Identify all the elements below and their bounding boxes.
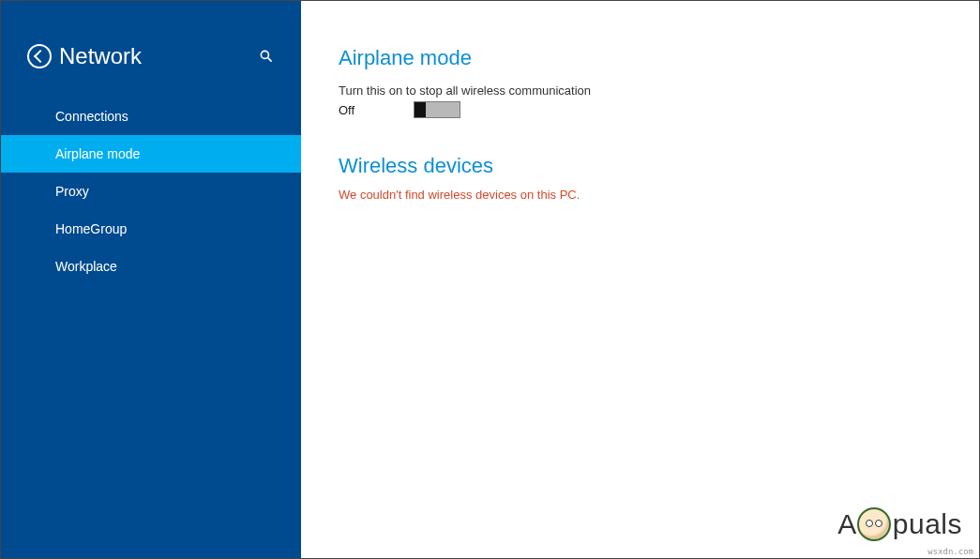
- svg-line-1: [268, 58, 272, 62]
- sidebar-item-label: HomeGroup: [55, 221, 127, 236]
- sidebar-item-connections[interactable]: Connections: [1, 98, 301, 135]
- sidebar-header: Network: [1, 43, 301, 98]
- back-arrow-icon: [34, 50, 47, 63]
- sidebar-item-workplace[interactable]: Workplace: [1, 248, 301, 285]
- sidebar-item-label: Airplane mode: [55, 146, 140, 161]
- back-button[interactable]: [27, 44, 52, 68]
- toggle-state-label: Off: [339, 103, 367, 117]
- sidebar-item-homegroup[interactable]: HomeGroup: [1, 210, 301, 248]
- airplane-mode-toggle[interactable]: [414, 101, 460, 118]
- page-title: Network: [59, 43, 142, 69]
- sidebar-nav: Connections Airplane mode Proxy HomeGrou…: [1, 98, 301, 285]
- sidebar-item-label: Connections: [55, 109, 128, 124]
- wireless-devices-error: We couldn't find wireless devices on thi…: [339, 188, 942, 202]
- sidebar-item-label: Proxy: [55, 184, 89, 199]
- svg-point-0: [261, 51, 268, 58]
- sidebar: Network Connections Airplane mode Proxy …: [1, 1, 301, 558]
- wireless-devices-heading: Wireless devices: [339, 154, 942, 178]
- settings-window: Network Connections Airplane mode Proxy …: [1, 1, 979, 558]
- sidebar-item-label: Workplace: [55, 259, 117, 274]
- sidebar-item-airplane-mode[interactable]: Airplane mode: [1, 135, 301, 173]
- airplane-mode-heading: Airplane mode: [339, 46, 942, 70]
- airplane-mode-description: Turn this on to stop all wireless commun…: [339, 83, 942, 98]
- search-icon[interactable]: [258, 48, 275, 65]
- toggle-knob-icon: [415, 102, 426, 117]
- header-left: Network: [27, 43, 142, 69]
- airplane-toggle-row: Off: [339, 101, 942, 118]
- sidebar-item-proxy[interactable]: Proxy: [1, 173, 301, 210]
- content-area: Airplane mode Turn this on to stop all w…: [301, 1, 979, 558]
